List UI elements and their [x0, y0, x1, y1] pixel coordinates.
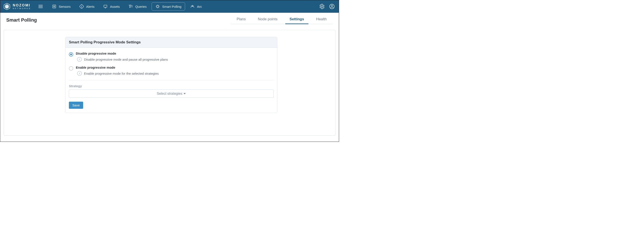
content-card: Smart Polling Progressive Mode Settings … [4, 30, 336, 136]
brand-text: NOZOMI NETWORKS [13, 4, 31, 9]
option-enable-progressive[interactable]: Enable progressive mode i Enable progres… [69, 66, 274, 76]
tab-node-points[interactable]: Node points [252, 16, 284, 24]
nav-item-alerts[interactable]: Alerts [76, 2, 98, 10]
nav-item-assets[interactable]: Assets [99, 2, 123, 10]
strategy-field-label: Strategy [69, 84, 274, 88]
smart-polling-icon [155, 4, 160, 9]
tab-label: Plans [237, 17, 246, 21]
nav-item-arc[interactable]: Arc [186, 2, 206, 10]
svg-line-19 [191, 5, 192, 6]
brand-logo[interactable]: NOZOMI NETWORKS [3, 3, 31, 10]
nav-label: Alerts [86, 5, 94, 8]
alerts-icon [79, 4, 84, 9]
nav-label: Queries [135, 5, 147, 8]
nav-item-queries[interactable]: Queries [124, 2, 150, 10]
info-icon: i [77, 57, 82, 62]
tab-label: Health [316, 17, 327, 21]
svg-rect-10 [104, 5, 107, 7]
nav-item-smart-polling[interactable]: Smart Polling [152, 2, 185, 10]
option-desc: Enable progressive mode for the selected… [84, 72, 159, 75]
option-label: Enable progressive mode [76, 66, 159, 69]
assets-icon [103, 4, 108, 9]
settings-gear-button[interactable] [319, 3, 325, 9]
svg-point-16 [156, 5, 158, 7]
nav-items: Sensors Alerts Assets [48, 2, 206, 10]
nav-label: Arc [197, 5, 202, 8]
svg-point-23 [331, 5, 333, 7]
radio-input-enable[interactable] [69, 66, 73, 71]
tab-settings[interactable]: Settings [284, 16, 310, 24]
nav-item-sensors[interactable]: Sensors [48, 2, 74, 10]
option-desc: Disable progressive mode and pause all p… [84, 58, 168, 61]
user-profile-button[interactable] [329, 3, 335, 9]
menu-toggle-button[interactable] [37, 3, 44, 10]
nav-label: Smart Polling [162, 5, 182, 8]
tab-health[interactable]: Health [310, 16, 333, 24]
main-content: Smart Polling Progressive Mode Settings … [0, 25, 339, 142]
nav-label: Sensors [59, 5, 70, 8]
sub-header: Smart Polling Plans Node points Settings… [0, 13, 339, 25]
strategy-select[interactable]: Select strategies [69, 90, 274, 98]
svg-point-21 [321, 6, 323, 7]
info-icon: i [77, 71, 82, 76]
caret-down-icon [184, 93, 186, 94]
progressive-mode-panel: Smart Polling Progressive Mode Settings … [65, 37, 277, 113]
sensors-icon [52, 4, 56, 9]
arc-icon [190, 4, 195, 9]
queries-icon [128, 4, 133, 9]
option-disable-progressive[interactable]: Disable progressive mode i Disable progr… [69, 52, 274, 62]
page-title: Smart Polling [6, 17, 37, 23]
top-nav: NOZOMI NETWORKS Sensors [0, 0, 339, 13]
save-button[interactable]: Save [69, 102, 83, 109]
radio-input-disable[interactable] [69, 52, 73, 56]
tabs: Plans Node points Settings Health [231, 16, 333, 24]
tab-plans[interactable]: Plans [231, 16, 252, 24]
option-label: Disable progressive mode [76, 52, 168, 55]
panel-title: Smart Polling Progressive Mode Settings [66, 37, 277, 48]
brand-mark-icon [3, 3, 10, 10]
nav-right [319, 3, 335, 9]
strategy-placeholder: Select strategies [157, 92, 182, 96]
tab-label: Settings [290, 17, 304, 21]
tab-label: Node points [258, 17, 278, 21]
svg-line-20 [193, 5, 194, 6]
nav-label: Assets [110, 5, 120, 8]
progressive-mode-options: Disable progressive mode i Disable progr… [69, 52, 274, 76]
